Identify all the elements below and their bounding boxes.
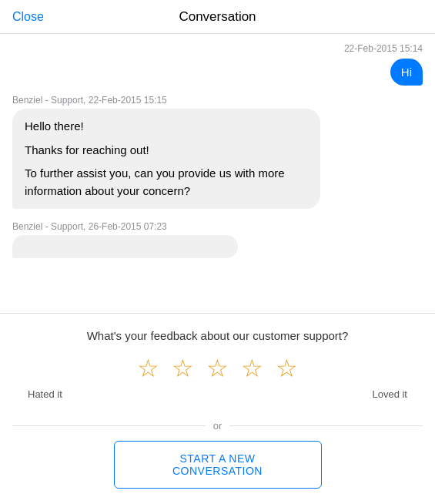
star-4[interactable]: ☆ <box>241 356 263 381</box>
cta-area: START A NEW CONVERSATION <box>0 441 435 504</box>
star-5[interactable]: ☆ <box>276 356 298 381</box>
close-button[interactable]: Close <box>12 10 44 24</box>
or-line-right <box>229 425 423 426</box>
messages-area: 22-Feb-2015 15:14 Hi Benziel - Support, … <box>0 34 435 313</box>
page-title: Conversation <box>179 9 256 25</box>
feedback-question: What's your feedback about our customer … <box>12 329 423 342</box>
outgoing-message: Hi <box>12 59 423 86</box>
app-header: Close Conversation <box>0 0 435 34</box>
star-2[interactable]: ☆ <box>172 356 194 381</box>
incoming-text-2: Thanks for reaching out! <box>25 142 308 160</box>
or-line-left <box>12 425 206 426</box>
agent-label-1: Benziel - Support, 22-Feb-2015 15:15 <box>12 95 423 106</box>
incoming-text-3: To further assist you, can you provide u… <box>25 165 308 200</box>
agent-label-2: Benziel - Support, 26-Feb-2015 07:23 <box>12 221 423 232</box>
star-labels: Hated it Loved it <box>12 388 423 400</box>
outgoing-timestamp: 22-Feb-2015 15:14 <box>12 43 423 54</box>
start-new-conversation-button[interactable]: START A NEW CONVERSATION <box>114 441 322 489</box>
label-loved: Loved it <box>372 388 407 400</box>
star-1[interactable]: ☆ <box>137 356 159 381</box>
stars-container[interactable]: ☆ ☆ ☆ ☆ ☆ <box>12 356 423 381</box>
incoming-bubble-1: Hello there! Thanks for reaching out! To… <box>12 109 320 209</box>
or-text: or <box>213 420 223 432</box>
or-divider: or <box>0 409 435 441</box>
label-hated: Hated it <box>28 388 62 400</box>
star-3[interactable]: ☆ <box>206 356 229 381</box>
outgoing-bubble: Hi <box>390 59 423 86</box>
incoming-text-1: Hello there! <box>25 118 308 136</box>
feedback-section: What's your feedback about our customer … <box>0 314 435 409</box>
incoming-message-1: Hello there! Thanks for reaching out! To… <box>12 109 423 209</box>
incoming-bubble-2-truncated <box>12 235 238 258</box>
